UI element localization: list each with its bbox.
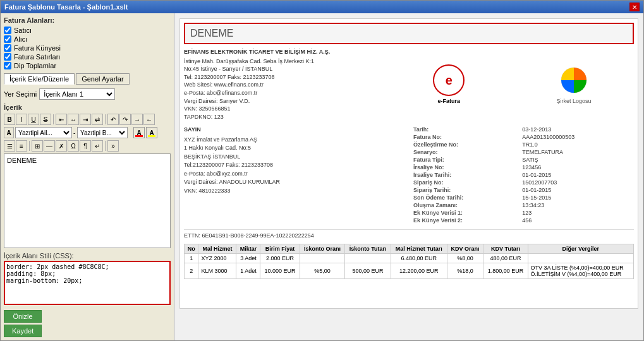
detail-value-senaryo: TEMELFATURA bbox=[520, 148, 634, 156]
italic-button[interactable]: I bbox=[16, 114, 27, 125]
checkbox-fatura-kunyesi[interactable]: Fatura Künyesi bbox=[4, 44, 171, 52]
checkbox-satici-input[interactable] bbox=[4, 27, 11, 34]
onizle-button[interactable]: Önizle bbox=[4, 310, 42, 323]
undo-button[interactable]: ↶ bbox=[107, 114, 119, 125]
font-family-select[interactable]: Yazıtipi Ail... bbox=[15, 127, 72, 138]
col-iskonto-oran: İskonto Oranı bbox=[300, 244, 345, 254]
align-justify-button[interactable]: ⇄ bbox=[92, 114, 103, 125]
special3-button[interactable]: ¶ bbox=[80, 140, 91, 152]
content-editor[interactable]: DENEME bbox=[4, 153, 171, 248]
fields-checkboxes: Satıcı Alıcı Fatura Künyesi Fatura Satır… bbox=[4, 27, 171, 69]
editor-content: DENEME bbox=[7, 157, 37, 164]
detail-value-irsaliyetarihi: 01-01-2015 bbox=[520, 171, 634, 179]
checkbox-satici[interactable]: Satıcı bbox=[4, 27, 171, 34]
company-logo-right: Şirket Logosu bbox=[514, 48, 634, 121]
company-addr2: No:45 İstinye - Sarıyer / İSTANBUL bbox=[184, 65, 384, 73]
list-ol-button[interactable]: ≡ bbox=[16, 140, 27, 152]
toolbar-divider-2 bbox=[105, 114, 106, 124]
css-area: İçerik Alanı Stili (CSS): border: 2px da… bbox=[4, 252, 171, 306]
font-size-icon[interactable]: A bbox=[4, 127, 14, 138]
row2-mal-hizmet: KLM 3000 bbox=[198, 263, 236, 279]
colorful-logo-svg bbox=[558, 64, 590, 96]
checkbox-alici-input[interactable] bbox=[4, 35, 11, 43]
detail-row-faturano: Fatura No: AAA2013100000503 bbox=[411, 133, 634, 141]
efatura-letter: e bbox=[446, 73, 453, 88]
hr-button[interactable]: — bbox=[44, 140, 55, 152]
bold-button[interactable]: B bbox=[4, 114, 15, 125]
font-color-button[interactable]: A bbox=[133, 127, 145, 138]
toolbar-divider-1 bbox=[53, 114, 54, 124]
sayin-addr1: 1 Hakkı Konyalı Cad. No:5 bbox=[184, 144, 406, 153]
checkbox-dip-toplamlar-input[interactable] bbox=[4, 62, 11, 69]
efatura-logo: e bbox=[433, 64, 465, 96]
checkbox-fatura-satirlari[interactable]: Fatura Satırları bbox=[4, 53, 171, 61]
detail-value-faturano: AAA2013100000503 bbox=[520, 133, 634, 141]
table-row: 2 KLM 3000 1 Adet 10.000 EUR %5,00 500,0… bbox=[185, 263, 634, 279]
detail-row-irsaliyetarihi: İrsaliye Tarihi: 01-01-2015 bbox=[411, 171, 634, 179]
detail-label-faturano: Fatura No: bbox=[411, 133, 520, 141]
kaydet-button[interactable]: Kaydet bbox=[4, 325, 42, 337]
detail-label-ekkunye1: Ek Künye Verisi 1: bbox=[411, 209, 520, 217]
strikethrough-button[interactable]: S bbox=[40, 114, 51, 125]
sayin-details-row: SAYIN XYZ İmalat ve Pazarlama AŞ 1 Hakkı… bbox=[184, 126, 634, 224]
bg-color-button[interactable]: A bbox=[146, 127, 157, 138]
details-table-inner: Tarih: 03-12-2013 Fatura No: AAA20131000… bbox=[411, 126, 634, 224]
detail-row-tarih: Tarih: 03-12-2013 bbox=[411, 126, 634, 133]
row1-iskonto-tutar bbox=[345, 254, 391, 263]
css-textarea[interactable]: border: 2px dashed #8C8C8C; padding: 8px… bbox=[4, 261, 171, 305]
row1-iskonto-oran bbox=[300, 254, 345, 263]
close-button[interactable]: ✕ bbox=[629, 3, 640, 11]
company-email: e-Posta: abc@efinans.com.tr bbox=[184, 89, 384, 97]
underline-button[interactable]: U bbox=[28, 114, 39, 125]
company-vkn: VKN: 3250566851 bbox=[184, 105, 384, 113]
yer-secim-select[interactable]: İçerik Alanı 1 bbox=[39, 88, 115, 100]
checkbox-fatura-kunyesi-input[interactable] bbox=[4, 44, 11, 52]
ettn-row: ETTN: 6E041S91-B008-2249-99EA-1022202222… bbox=[184, 229, 634, 239]
checkbox-fatura-satirlari-label: Fatura Satırları bbox=[14, 53, 60, 61]
detail-row-oluszaman: Oluşma Zamanı: 13:34:23 bbox=[411, 201, 634, 209]
toolbar-divider-3 bbox=[29, 141, 30, 151]
special1-button[interactable]: ✗ bbox=[56, 140, 67, 152]
detail-value-oluszaman: 13:34:23 bbox=[520, 201, 634, 209]
detail-value-siparistarihi: 01-01-2015 bbox=[520, 186, 634, 194]
checkbox-alici-label: Alıcı bbox=[14, 35, 27, 43]
main-window: Fatura Şablonu Tasarla - Şablon1.xslt ✕ … bbox=[0, 0, 644, 341]
detail-value-irsaliyeno: 123456 bbox=[520, 164, 634, 171]
details-table: Tarih: 03-12-2013 Fatura No: AAA20131000… bbox=[411, 126, 634, 224]
align-left-button[interactable]: ⇤ bbox=[56, 114, 67, 125]
checkbox-fatura-satirlari-input[interactable] bbox=[4, 53, 11, 61]
company-name: EFİNANS ELEKTRONİK TİCARET VE BİLİŞİM Hİ… bbox=[184, 48, 384, 56]
toolbar-row-1: B I U S ⇤ ↔ ⇥ ⇄ ↶ ↷ → ← bbox=[4, 114, 171, 125]
col-mal-hizmet-tutar: Mal Hizmet Tutarı bbox=[391, 244, 447, 254]
title-bar: Fatura Şablonu Tasarla - Şablon1.xslt ✕ bbox=[1, 1, 643, 13]
sayin-vkn: VKN: 4810222333 bbox=[184, 187, 406, 196]
redo-button[interactable]: ↷ bbox=[119, 114, 131, 125]
detail-label-siparisno: Sipariş No: bbox=[411, 179, 520, 186]
table-button[interactable]: ⊞ bbox=[32, 140, 43, 152]
special4-button[interactable]: ↵ bbox=[92, 140, 103, 152]
row2-birim-fiyat: 10.000 EUR bbox=[260, 263, 300, 279]
row2-kdv-oran: %18,0 bbox=[447, 263, 483, 279]
ettn-text: ETTN: 6E041S91-B008-2249-99EA-1022202222… bbox=[184, 232, 314, 239]
list-ul-button[interactable]: ☰ bbox=[4, 140, 15, 152]
detail-label-oluszaman: Oluşma Zamanı: bbox=[411, 201, 520, 209]
special2-button[interactable]: Ω bbox=[68, 140, 79, 152]
company-info: EFİNANS ELEKTRONİK TİCARET VE BİLİŞİM Hİ… bbox=[184, 48, 384, 121]
checkbox-alici[interactable]: Alıcı bbox=[4, 35, 171, 43]
fields-title: Fatura Alanları: bbox=[4, 16, 171, 24]
checkbox-dip-toplamlar[interactable]: Dip Toplamlar bbox=[4, 62, 171, 69]
detail-row-senaryo: Senaryo: TEMELFATURA bbox=[411, 148, 634, 156]
tab-icerik[interactable]: İçerik Ekle/Düzenle bbox=[4, 73, 75, 85]
row1-no: 1 bbox=[185, 254, 198, 263]
right-panel: DENEME EFİNANS ELEKTRONİK TİCARET VE BİL… bbox=[174, 13, 643, 340]
invoice-body: EFİNANS ELEKTRONİK TİCARET VE BİLİŞİM Hİ… bbox=[180, 48, 638, 285]
more-button[interactable]: » bbox=[107, 140, 119, 152]
font-style-select[interactable]: Yazıtipi B... bbox=[77, 127, 128, 138]
row1-diger-vergiler bbox=[528, 254, 633, 263]
indent-button[interactable]: → bbox=[131, 114, 143, 125]
align-right-button[interactable]: ⇥ bbox=[80, 114, 91, 125]
tab-genel[interactable]: Genel Ayarlar bbox=[76, 73, 129, 85]
align-center-button[interactable]: ↔ bbox=[68, 114, 79, 125]
company-tapdkno: TAPDKNO: 123 bbox=[184, 113, 384, 121]
outdent-button[interactable]: ← bbox=[143, 114, 155, 125]
